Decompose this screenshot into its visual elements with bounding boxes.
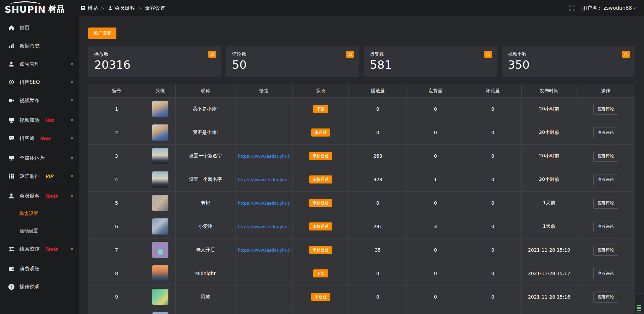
cell-link[interactable]: https://www.iesdouyin.c [235, 144, 292, 168]
cell-no: 4 [88, 168, 145, 191]
view-comments-button[interactable]: 查看评论 [593, 221, 618, 232]
total-badge: 总 [346, 51, 354, 58]
sidebar-item-consumption-detail[interactable]: 消费明细 [0, 260, 79, 278]
cell-link[interactable] [235, 285, 292, 309]
sidebar-item-douyin-seo[interactable]: 抖音SEO ∨ [0, 73, 79, 91]
stat-card-label: 评论数 [232, 51, 353, 57]
sidebar-item-label: 抖音SEO [19, 79, 40, 86]
cell-link[interactable]: https://www.iesdouyin.c [235, 168, 292, 191]
table-row: 9 阿慧 未通过 0 0 0 2021-11-28 15:16 查看评论 [88, 285, 635, 309]
sidebar-subitem-activity-settings[interactable]: 活动设置 [0, 222, 79, 240]
view-comments-button[interactable]: 查看评论 [593, 245, 618, 256]
breadcrumb-separator: > [138, 6, 142, 11]
status-badge[interactable]: 下架 [313, 269, 328, 277]
avatar [152, 289, 168, 305]
cell-likes: 0 [407, 262, 464, 285]
status-badge[interactable]: 审核通过 [309, 222, 332, 230]
table-row: 3 设置一个新名字 https://www.iesdouyin.c 审核通过 2… [88, 144, 635, 168]
cell-likes [407, 309, 464, 314]
cell-plays: 0 [349, 285, 407, 309]
stat-card-plays: 播放数 20316 总 [88, 46, 221, 77]
sidebar-item-matrix-boost[interactable]: 矩阵助推 VIP ∨ [0, 167, 79, 185]
table-row: 8 Midnight 下架 0 0 0 2021-11-28 15:17 查看评… [88, 262, 635, 285]
cell-link[interactable]: https://www.iesdouyin.c [235, 191, 292, 215]
promotion-settings-button[interactable]: 推广设置 [88, 28, 116, 39]
sidebar-item-douketong[interactable]: 抖客通 New ∨ [0, 129, 79, 147]
cell-no [88, 309, 145, 314]
sidebar-item-omnimedia[interactable]: 全媒体运营 ∨ [0, 149, 79, 167]
person-icon [108, 6, 113, 10]
cell-link[interactable] [235, 97, 292, 121]
status-badge[interactable]: 审核通过 [309, 175, 332, 184]
col-header-publish-time: 发布时间 [522, 85, 577, 97]
breadcrumb-item-member-baoke[interactable]: 会员爆客 [108, 5, 135, 11]
avatar [152, 148, 168, 164]
status-badge[interactable]: 审核通过 [309, 152, 332, 160]
home-icon [8, 24, 15, 31]
view-comments-button[interactable]: 查看评论 [593, 174, 618, 185]
view-comments-button[interactable]: 查看评论 [593, 151, 618, 162]
breadcrumb-label: 树品 [88, 5, 98, 11]
cell-link[interactable]: https://www.iesdouyin.c [235, 238, 292, 262]
cell-likes: 0 [407, 121, 464, 144]
sidebar-item-label: 全媒体运营 [19, 155, 45, 161]
stat-card-videos: 视频个数 350 总 [502, 46, 635, 77]
table-row: 1 我不是小帅! 下架 0 0 0 20小时前 查看评论 [88, 97, 635, 121]
hot-tag: Hot [45, 118, 54, 123]
sidebar-divider [6, 110, 73, 110]
chevron-down-icon: ∨ [70, 98, 73, 102]
logo-en-text: SHUPIN [5, 2, 46, 14]
sidebar-item-label: 账号管理 [19, 61, 40, 67]
view-comments-button[interactable]: 查看评论 [593, 104, 618, 115]
sidebar-item-member-baoke[interactable]: 会员爆客 Tools ∧ [0, 187, 79, 205]
sidebar-item-home[interactable]: 首页 [0, 19, 79, 37]
breadcrumb-item-home[interactable]: 树品 [81, 5, 98, 11]
cell-likes: 1 [407, 168, 464, 191]
status-badge[interactable]: 审核通过 [309, 246, 332, 254]
question-circle-icon: ? [8, 283, 15, 290]
floating-widget[interactable] [635, 293, 643, 313]
stat-card-value: 581 [370, 59, 491, 71]
cell-link[interactable] [235, 121, 292, 144]
stat-card-comments: 评论数 50 总 [226, 46, 359, 77]
sidebar-item-video-heat[interactable]: 视频加热 Hot ∨ [0, 111, 79, 129]
sidebar-nav: 首页 数据总览 账号管理 ∨ 抖音SEO ∨ 视频发布 ∨ [0, 16, 79, 296]
sidebar-item-account-management[interactable]: 账号管理 ∨ [0, 55, 79, 73]
sidebar-divider [6, 259, 73, 259]
view-comments-button[interactable]: 查看评论 [593, 198, 618, 209]
cell-comments: 0 [464, 121, 522, 144]
sidebar-item-video-publish[interactable]: 视频发布 ∨ [0, 91, 79, 109]
app-logo[interactable]: SHUPIN 树品 [0, 0, 79, 16]
status-badge[interactable]: 未通过 [311, 293, 330, 301]
cell-link[interactable]: https://www.iesdouyin.c [235, 215, 292, 238]
user-menu[interactable]: 用户名：zswodun88 ∨ [582, 5, 636, 11]
col-header-comments: 评论量 [464, 85, 522, 97]
cell-no: 3 [88, 144, 145, 168]
sidebar-item-data-overview[interactable]: 数据总览 [0, 37, 79, 55]
sidebar-item-lead-monitor[interactable]: 线索监控 Tools ∨ [0, 240, 79, 258]
cell-nickname: 设置一个新名字 [176, 144, 235, 168]
fullscreen-icon[interactable] [569, 5, 575, 11]
cell-publish-time [522, 309, 577, 314]
view-comments-button[interactable]: 查看评论 [593, 127, 618, 138]
status-badge[interactable]: 下架 [313, 105, 328, 113]
cell-likes: 3 [407, 215, 464, 238]
avatar [152, 312, 168, 314]
status-badge[interactable]: 未通过 [311, 128, 330, 137]
chevron-up-icon: ∧ [70, 194, 73, 198]
view-comments-button[interactable]: 查看评论 [593, 292, 618, 303]
cell-nickname: 老人开店 [176, 238, 235, 262]
breadcrumb-item-baoke-settings[interactable]: 爆客设置 [145, 5, 165, 11]
view-comments-button[interactable]: 查看评论 [593, 268, 618, 279]
cell-publish-time: 1天前 [522, 215, 577, 238]
status-badge[interactable]: 审核通过 [309, 199, 332, 207]
sidebar-item-instructions[interactable]: ? 操作说明 [0, 278, 79, 296]
cell-comments: 0 [464, 215, 522, 238]
avatar [152, 101, 168, 117]
cell-link[interactable] [235, 262, 292, 285]
sidebar-item-label: 首页 [19, 25, 30, 31]
sidebar-subitem-label: 活动设置 [19, 228, 38, 234]
avatar [152, 242, 168, 258]
video-camera-icon [8, 97, 15, 104]
sidebar-subitem-baoke-settings[interactable]: 爆客设置 [0, 205, 79, 222]
